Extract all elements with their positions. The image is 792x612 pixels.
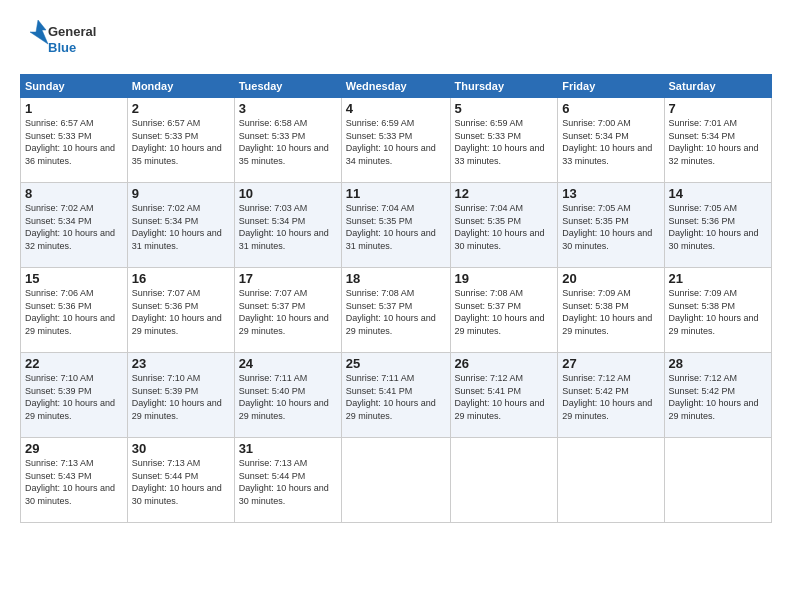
- day-number: 26: [455, 356, 554, 371]
- day-sunrise: Sunrise: 7:13 AM: [239, 458, 308, 468]
- day-daylight: Daylight: 10 hours and 29 minutes.: [239, 398, 329, 421]
- day-sunset: Sunset: 5:35 PM: [455, 216, 522, 226]
- calendar-day-7: 7 Sunrise: 7:01 AM Sunset: 5:34 PM Dayli…: [664, 98, 771, 183]
- day-sunset: Sunset: 5:38 PM: [669, 301, 736, 311]
- day-daylight: Daylight: 10 hours and 35 minutes.: [239, 143, 329, 166]
- day-number: 22: [25, 356, 123, 371]
- day-number: 9: [132, 186, 230, 201]
- day-sunrise: Sunrise: 7:04 AM: [346, 203, 415, 213]
- day-sunrise: Sunrise: 6:57 AM: [132, 118, 201, 128]
- day-sunset: Sunset: 5:34 PM: [25, 216, 92, 226]
- day-daylight: Daylight: 10 hours and 35 minutes.: [132, 143, 222, 166]
- day-sunrise: Sunrise: 7:02 AM: [132, 203, 201, 213]
- calendar-day-16: 16 Sunrise: 7:07 AM Sunset: 5:36 PM Dayl…: [127, 268, 234, 353]
- calendar-week-4: 22 Sunrise: 7:10 AM Sunset: 5:39 PM Dayl…: [21, 353, 772, 438]
- day-daylight: Daylight: 10 hours and 29 minutes.: [346, 313, 436, 336]
- calendar-day-4: 4 Sunrise: 6:59 AM Sunset: 5:33 PM Dayli…: [341, 98, 450, 183]
- day-sunset: Sunset: 5:33 PM: [346, 131, 413, 141]
- svg-text:General: General: [48, 24, 96, 39]
- day-sunset: Sunset: 5:34 PM: [562, 131, 629, 141]
- day-daylight: Daylight: 10 hours and 30 minutes.: [562, 228, 652, 251]
- day-daylight: Daylight: 10 hours and 29 minutes.: [132, 398, 222, 421]
- weekday-sunday: Sunday: [21, 75, 128, 98]
- day-sunset: Sunset: 5:33 PM: [25, 131, 92, 141]
- day-daylight: Daylight: 10 hours and 29 minutes.: [455, 398, 545, 421]
- day-sunset: Sunset: 5:35 PM: [562, 216, 629, 226]
- day-daylight: Daylight: 10 hours and 31 minutes.: [239, 228, 329, 251]
- day-number: 8: [25, 186, 123, 201]
- day-number: 29: [25, 441, 123, 456]
- calendar-week-5: 29 Sunrise: 7:13 AM Sunset: 5:43 PM Dayl…: [21, 438, 772, 523]
- day-number: 2: [132, 101, 230, 116]
- day-sunrise: Sunrise: 7:06 AM: [25, 288, 94, 298]
- day-sunrise: Sunrise: 7:03 AM: [239, 203, 308, 213]
- calendar-day-2: 2 Sunrise: 6:57 AM Sunset: 5:33 PM Dayli…: [127, 98, 234, 183]
- day-sunset: Sunset: 5:33 PM: [455, 131, 522, 141]
- empty-cell: [664, 438, 771, 523]
- day-sunrise: Sunrise: 7:09 AM: [669, 288, 738, 298]
- day-daylight: Daylight: 10 hours and 30 minutes.: [239, 483, 329, 506]
- day-sunrise: Sunrise: 7:08 AM: [455, 288, 524, 298]
- day-daylight: Daylight: 10 hours and 29 minutes.: [669, 313, 759, 336]
- day-sunrise: Sunrise: 7:07 AM: [239, 288, 308, 298]
- calendar-day-13: 13 Sunrise: 7:05 AM Sunset: 5:35 PM Dayl…: [558, 183, 664, 268]
- day-number: 12: [455, 186, 554, 201]
- day-sunrise: Sunrise: 7:05 AM: [669, 203, 738, 213]
- calendar-day-31: 31 Sunrise: 7:13 AM Sunset: 5:44 PM Dayl…: [234, 438, 341, 523]
- day-sunset: Sunset: 5:33 PM: [239, 131, 306, 141]
- day-number: 21: [669, 271, 767, 286]
- day-number: 27: [562, 356, 659, 371]
- day-number: 28: [669, 356, 767, 371]
- empty-cell: [341, 438, 450, 523]
- day-number: 10: [239, 186, 337, 201]
- day-sunrise: Sunrise: 7:12 AM: [455, 373, 524, 383]
- day-sunrise: Sunrise: 7:10 AM: [25, 373, 94, 383]
- day-number: 15: [25, 271, 123, 286]
- day-sunrise: Sunrise: 7:09 AM: [562, 288, 631, 298]
- day-sunrise: Sunrise: 6:59 AM: [455, 118, 524, 128]
- day-sunrise: Sunrise: 7:08 AM: [346, 288, 415, 298]
- calendar-day-1: 1 Sunrise: 6:57 AM Sunset: 5:33 PM Dayli…: [21, 98, 128, 183]
- day-number: 6: [562, 101, 659, 116]
- day-sunrise: Sunrise: 6:57 AM: [25, 118, 94, 128]
- calendar-day-26: 26 Sunrise: 7:12 AM Sunset: 5:41 PM Dayl…: [450, 353, 558, 438]
- day-sunrise: Sunrise: 6:59 AM: [346, 118, 415, 128]
- day-daylight: Daylight: 10 hours and 29 minutes.: [25, 313, 115, 336]
- day-daylight: Daylight: 10 hours and 29 minutes.: [562, 398, 652, 421]
- day-sunset: Sunset: 5:39 PM: [25, 386, 92, 396]
- day-sunrise: Sunrise: 7:02 AM: [25, 203, 94, 213]
- calendar-day-11: 11 Sunrise: 7:04 AM Sunset: 5:35 PM Dayl…: [341, 183, 450, 268]
- day-sunset: Sunset: 5:37 PM: [346, 301, 413, 311]
- day-sunset: Sunset: 5:40 PM: [239, 386, 306, 396]
- logo-svg: General Blue: [20, 16, 110, 64]
- day-sunset: Sunset: 5:34 PM: [132, 216, 199, 226]
- day-sunrise: Sunrise: 7:01 AM: [669, 118, 738, 128]
- weekday-monday: Monday: [127, 75, 234, 98]
- day-number: 20: [562, 271, 659, 286]
- calendar-day-19: 19 Sunrise: 7:08 AM Sunset: 5:37 PM Dayl…: [450, 268, 558, 353]
- calendar-day-3: 3 Sunrise: 6:58 AM Sunset: 5:33 PM Dayli…: [234, 98, 341, 183]
- day-sunset: Sunset: 5:36 PM: [25, 301, 92, 311]
- calendar-day-24: 24 Sunrise: 7:11 AM Sunset: 5:40 PM Dayl…: [234, 353, 341, 438]
- day-sunset: Sunset: 5:43 PM: [25, 471, 92, 481]
- day-daylight: Daylight: 10 hours and 29 minutes.: [562, 313, 652, 336]
- day-sunset: Sunset: 5:42 PM: [562, 386, 629, 396]
- day-daylight: Daylight: 10 hours and 36 minutes.: [25, 143, 115, 166]
- calendar-day-10: 10 Sunrise: 7:03 AM Sunset: 5:34 PM Dayl…: [234, 183, 341, 268]
- day-number: 4: [346, 101, 446, 116]
- day-sunrise: Sunrise: 6:58 AM: [239, 118, 308, 128]
- day-sunset: Sunset: 5:38 PM: [562, 301, 629, 311]
- day-daylight: Daylight: 10 hours and 32 minutes.: [669, 143, 759, 166]
- calendar-week-2: 8 Sunrise: 7:02 AM Sunset: 5:34 PM Dayli…: [21, 183, 772, 268]
- day-number: 3: [239, 101, 337, 116]
- calendar-day-5: 5 Sunrise: 6:59 AM Sunset: 5:33 PM Dayli…: [450, 98, 558, 183]
- day-sunset: Sunset: 5:33 PM: [132, 131, 199, 141]
- weekday-wednesday: Wednesday: [341, 75, 450, 98]
- day-sunset: Sunset: 5:37 PM: [239, 301, 306, 311]
- day-number: 16: [132, 271, 230, 286]
- calendar-day-6: 6 Sunrise: 7:00 AM Sunset: 5:34 PM Dayli…: [558, 98, 664, 183]
- day-sunrise: Sunrise: 7:12 AM: [562, 373, 631, 383]
- day-sunset: Sunset: 5:37 PM: [455, 301, 522, 311]
- day-sunrise: Sunrise: 7:12 AM: [669, 373, 738, 383]
- day-sunset: Sunset: 5:39 PM: [132, 386, 199, 396]
